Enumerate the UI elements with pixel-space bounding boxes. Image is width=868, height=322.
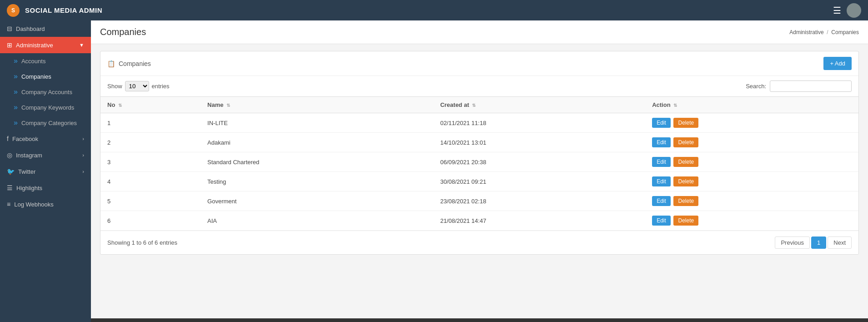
cell-no: 5 [100,191,201,211]
next-button[interactable]: Next [828,236,852,249]
table-row: 5 Goverment 23/08/2021 02:18 Edit Delete [100,191,858,211]
edit-button[interactable]: Edit [652,176,671,186]
cell-no: 4 [100,172,201,191]
col-created-at-label: Created at [440,101,469,108]
sub-dot-icon: » [14,72,18,80]
entries-select[interactable]: 10 25 50 100 [125,81,149,91]
sidebar-sub-item-company-keywords[interactable]: » Company Keywords [0,100,91,115]
companies-card: 📋 Companies + Add Show 10 25 50 100 [100,51,859,255]
delete-button[interactable]: Delete [673,157,698,167]
cell-created-at: 23/08/2021 02:18 [433,191,645,211]
sidebar-item-instagram[interactable]: ◎ Instagram › [0,147,91,163]
pagination-area: Showing 1 to 6 of 6 entries Previous 1 N… [100,231,858,254]
delete-button[interactable]: Delete [673,118,698,128]
cell-action: Edit Delete [645,211,858,231]
edit-button[interactable]: Edit [652,157,671,167]
sidebar-sub-item-companies[interactable]: » Companies [0,69,91,84]
sort-icon: ⇅ [226,103,230,108]
sidebar-item-twitter[interactable]: 🐦 Twitter › [0,163,91,180]
cell-action: Edit Delete [645,191,858,211]
avatar[interactable] [847,3,861,18]
cell-created-at: 14/10/2021 13:01 [433,133,645,152]
breadcrumb-root: Administrative [789,29,823,35]
cell-name: Standard Chartered [201,152,433,172]
logo-letter: S [11,7,15,14]
app-logo: S [7,4,20,17]
cell-action: Edit Delete [645,113,858,133]
twitter-label: Twitter [18,168,35,175]
search-box: Search: [746,80,852,92]
sidebar-item-highlights[interactable]: ☰ Highlights [0,180,91,196]
delete-button[interactable]: Delete [673,137,698,147]
sort-icon: ⇅ [118,103,122,108]
cell-name: AIA [201,211,433,231]
delete-button[interactable]: Delete [673,216,698,226]
twitter-icon: 🐦 [7,168,15,175]
card-title-text: Companies [119,60,151,67]
table-row: 2 Adakami 14/10/2021 13:01 Edit Delete [100,133,858,152]
hamburger-icon[interactable]: ☰ [833,5,841,16]
col-no-label: No [107,101,115,108]
chevron-right-icon: › [82,169,84,174]
cell-action: Edit Delete [645,172,858,191]
sidebar-item-log-webhooks[interactable]: ≡ Log Webhooks [0,196,91,212]
cell-name: Goverment [201,191,433,211]
instagram-icon: ◎ [7,151,12,159]
breadcrumb-current: Companies [831,29,859,35]
dashboard-icon: ⊟ [7,25,12,32]
sidebar-sub-item-company-categories[interactable]: » Company Categories [0,115,91,131]
sub-dot-icon: » [14,103,18,111]
table-head: No ⇅ Name ⇅ Created at ⇅ [100,97,858,113]
sub-dot-icon: » [14,119,18,127]
cell-created-at: 02/11/2021 11:18 [433,113,645,133]
col-name: Name ⇅ [201,97,433,113]
edit-button[interactable]: Edit [652,118,671,128]
cell-no: 2 [100,133,201,152]
search-input[interactable] [770,80,852,92]
sidebar-item-administrative[interactable]: ⊞ Administrative ▼ [0,37,91,53]
scrollbar[interactable] [91,318,868,322]
show-label: Show [107,83,122,90]
delete-button[interactable]: Delete [673,196,698,206]
sidebar-item-facebook[interactable]: f Facebook › [0,131,91,147]
edit-button[interactable]: Edit [652,196,671,206]
sidebar-sub-item-accounts[interactable]: » Accounts [0,53,91,69]
sidebar-item-dashboard[interactable]: ⊟ Dashboard [0,20,91,37]
cell-created-at: 30/08/2021 09:21 [433,172,645,191]
table-row: 1 IN-LITE 02/11/2021 11:18 Edit Delete [100,113,858,133]
sub-dot-icon: » [14,88,18,96]
topbar: S SOCIAL MEDIA ADMIN ☰ [0,0,868,20]
company-accounts-label: Company Accounts [21,89,72,96]
table-row: 4 Testing 30/08/2021 09:21 Edit Delete [100,172,858,191]
col-created-at: Created at ⇅ [433,97,645,113]
sort-icon: ⇅ [472,103,476,108]
companies-label: Companies [21,73,51,80]
table-controls: Show 10 25 50 100 entries Search: [100,76,858,96]
log-webhooks-label: Log Webhooks [14,201,54,208]
cell-action: Edit Delete [645,152,858,172]
search-label: Search: [746,83,766,90]
sub-dot-icon: » [14,57,18,65]
previous-button[interactable]: Previous [775,236,810,249]
sidebar-sub-item-company-accounts[interactable]: » Company Accounts [0,84,91,100]
pagination-info: Showing 1 to 6 of 6 entries [107,239,177,246]
company-categories-label: Company Categories [21,120,77,126]
add-button[interactable]: + Add [823,57,852,70]
show-entries-control: Show 10 25 50 100 entries [107,81,170,91]
table-body: 1 IN-LITE 02/11/2021 11:18 Edit Delete 2… [100,113,858,231]
dashboard-label: Dashboard [16,25,45,32]
cell-name: Testing [201,172,433,191]
cell-no: 3 [100,152,201,172]
edit-button[interactable]: Edit [652,216,671,226]
accounts-label: Accounts [21,58,45,65]
administrative-icon: ⊞ [7,41,12,49]
edit-button[interactable]: Edit [652,137,671,147]
delete-button[interactable]: Delete [673,176,698,186]
sort-icon: ⇅ [673,103,677,108]
companies-table: No ⇅ Name ⇅ Created at ⇅ [100,96,858,231]
instagram-label: Instagram [16,152,42,159]
page-1-button[interactable]: 1 [811,236,826,249]
chevron-down-icon: ▼ [79,42,84,48]
table-row: 3 Standard Chartered 06/09/2021 20:38 Ed… [100,152,858,172]
cell-created-at: 06/09/2021 20:38 [433,152,645,172]
